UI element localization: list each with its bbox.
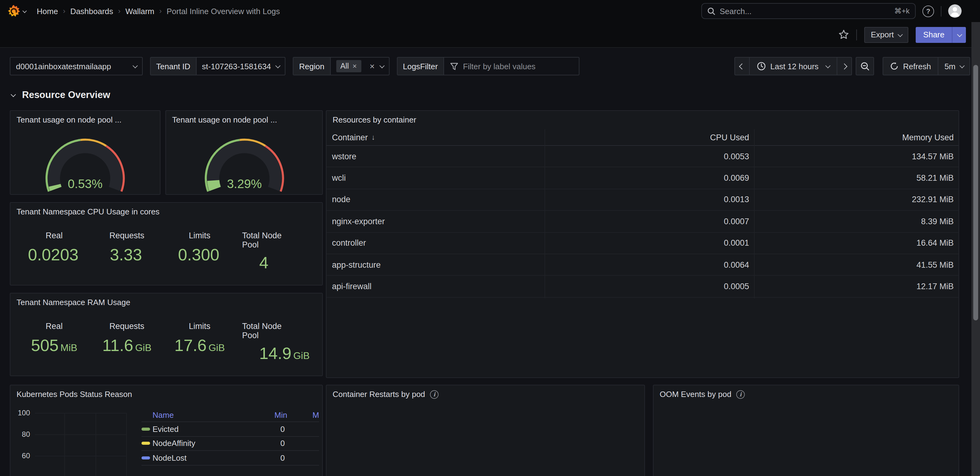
- legend-header-min[interactable]: Min: [255, 411, 292, 420]
- panel-title[interactable]: Kubernetes Pods Status Reason: [16, 390, 132, 399]
- breadcrumb-home[interactable]: Home: [37, 6, 58, 16]
- star-icon[interactable]: [838, 29, 849, 40]
- panel-title[interactable]: Tenant Namespace RAM Usage: [16, 298, 130, 307]
- stat-label: Real: [46, 231, 63, 240]
- scrollbar-thumb[interactable]: [973, 65, 978, 320]
- column-header-memory[interactable]: Memory Used: [754, 133, 959, 142]
- y-tick: 60: [14, 452, 30, 460]
- panel-title[interactable]: Tenant Namespace CPU Usage in cores: [16, 207, 159, 216]
- zoom-out-button[interactable]: [856, 57, 874, 75]
- legend-row: NodeAffinity 0: [142, 436, 319, 450]
- table-header-row: Container ↓ CPU Used Memory Used: [326, 129, 959, 146]
- cell-container: node: [326, 195, 544, 204]
- refresh-button[interactable]: Refresh: [883, 57, 939, 75]
- export-button-label: Export: [871, 30, 894, 39]
- region-variable-dropdown[interactable]: Region All × ×: [293, 57, 390, 75]
- info-icon[interactable]: i: [736, 390, 745, 398]
- app-chevron-down-icon: [133, 63, 138, 68]
- stat-value: 14.9GiB: [259, 344, 310, 363]
- stat-label: Total Node Pool: [242, 322, 286, 340]
- cell-memory: 58.21 MiB: [754, 174, 959, 183]
- legend-row: Evicted 0: [142, 422, 319, 436]
- table-row: nginx-exporter 0.0007 8.39 MiB: [326, 211, 959, 232]
- breadcrumb-separator: ›: [118, 7, 121, 15]
- series-color-icon: [142, 428, 150, 431]
- time-shift-forward-button[interactable]: [837, 57, 852, 75]
- legend-series-name[interactable]: NodeLost: [153, 453, 186, 463]
- nav-right-group: ⌘+k ?: [701, 3, 962, 19]
- share-button[interactable]: Share: [916, 27, 952, 43]
- global-search[interactable]: ⌘+k: [701, 3, 916, 19]
- funnel-filter-icon: [450, 62, 458, 70]
- region-chip-remove-icon[interactable]: ×: [353, 62, 357, 70]
- logs-filter-input[interactable]: [463, 62, 573, 71]
- y-tick: 100: [14, 409, 30, 417]
- breadcrumb-dashboards[interactable]: Dashboards: [70, 6, 113, 16]
- search-shortcut-hint: ⌘+k: [894, 7, 910, 15]
- avatar[interactable]: [948, 4, 962, 18]
- column-divider: [544, 129, 545, 298]
- legend-series-name[interactable]: NodeAffinity: [153, 439, 196, 448]
- resources-table: Container ↓ CPU Used Memory Used wstore …: [326, 129, 959, 298]
- tenant-chevron-down-icon: [275, 63, 281, 68]
- cell-container: app-structure: [326, 260, 544, 269]
- cell-memory: 232.91 MiB: [754, 195, 959, 204]
- info-icon[interactable]: i: [430, 390, 439, 398]
- region-clear-icon[interactable]: ×: [370, 62, 375, 70]
- refresh-interval-dropdown[interactable]: 5m: [939, 57, 970, 75]
- search-input[interactable]: [720, 6, 890, 16]
- stat-real: Real 505MiB: [18, 322, 91, 363]
- stats-row: Real 505MiB Requests 11.6GiB Limits 17.6…: [10, 322, 322, 363]
- stats-row: Real 0.0203 Requests 3.33 Limits 0.300 T…: [10, 231, 322, 272]
- legend-min-value: 0: [255, 425, 292, 434]
- share-menu-button[interactable]: [952, 27, 966, 43]
- gauge-chart: 3.29%: [204, 138, 285, 197]
- refresh-icon: [890, 62, 899, 70]
- gauge-value: 3.29%: [227, 177, 261, 191]
- table-row: controller 0.0001 16.64 MiB: [326, 232, 959, 254]
- time-range-picker[interactable]: Last 12 hours: [749, 57, 837, 75]
- help-icon[interactable]: ?: [923, 5, 934, 17]
- legend-header-max[interactable]: M: [292, 411, 319, 420]
- cell-cpu: 0.0005: [544, 282, 754, 291]
- time-controls: Last 12 hours Refresh 5m: [734, 57, 970, 75]
- panel-title[interactable]: Container Restarts by pod: [332, 390, 425, 399]
- legend-series-name[interactable]: Evicted: [153, 425, 178, 434]
- tenant-variable-dropdown[interactable]: Tenant ID st-107263-1581634: [150, 57, 286, 75]
- app-variable-dropdown[interactable]: d0001ainboxatestmailaapp: [10, 57, 143, 75]
- clock-icon: [757, 62, 765, 70]
- cell-memory: 134.57 MiB: [754, 151, 959, 161]
- y-tick: 80: [14, 430, 30, 439]
- breadcrumb-wallarm[interactable]: Wallarm: [126, 6, 154, 16]
- logs-filter-control[interactable]: LogsFilter: [396, 57, 579, 75]
- region-chip-all[interactable]: All ×: [336, 60, 361, 72]
- panel-title[interactable]: Tenant usage on node pool ...: [16, 115, 122, 124]
- cell-container: controller: [326, 239, 544, 248]
- legend-table: Name Min M Evicted 0 NodeAffinity 0 Node…: [142, 409, 319, 465]
- table-row: node 0.0013 232.91 MiB: [326, 189, 959, 211]
- panel-title[interactable]: OOM Events by pod: [660, 390, 731, 399]
- row-resource-overview[interactable]: Resource Overview: [11, 89, 110, 100]
- stat-label: Requests: [109, 322, 144, 331]
- stat-value: 3.33: [110, 246, 144, 265]
- cell-container: nginx-exporter: [326, 217, 544, 226]
- stat-total-node-pool: Total Node Pool 4: [236, 231, 315, 272]
- scrollbar-track[interactable]: [971, 22, 980, 476]
- panel-title[interactable]: Resources by container: [332, 115, 416, 124]
- cell-container: wcli: [326, 174, 544, 183]
- cell-container: api-firewall: [326, 282, 544, 291]
- time-shift-back-button[interactable]: [734, 57, 749, 75]
- legend-header-name[interactable]: Name: [153, 411, 173, 420]
- legend-header-row: Name Min M: [142, 409, 319, 422]
- time-range-chevron-down-icon: [826, 63, 831, 68]
- export-button[interactable]: Export: [864, 27, 908, 43]
- panel-title[interactable]: Tenant usage on node pool ...: [172, 115, 277, 124]
- column-header-cpu[interactable]: CPU Used: [544, 133, 754, 142]
- column-header-container[interactable]: Container ↓: [326, 133, 544, 142]
- cell-memory: 41.55 MiB: [754, 260, 959, 269]
- grafana-logo-menu[interactable]: [7, 5, 26, 18]
- chevron-left-icon: [739, 63, 745, 69]
- tenant-variable-label: Tenant ID: [151, 57, 196, 75]
- cell-cpu: 0.0064: [544, 260, 754, 269]
- stat-value: 11.6GiB: [102, 336, 151, 355]
